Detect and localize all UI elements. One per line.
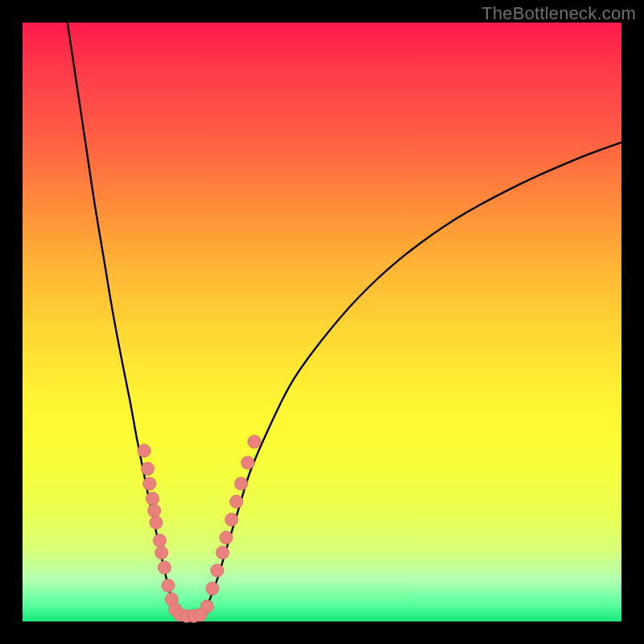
data-dot <box>206 582 219 595</box>
data-dot <box>153 534 166 547</box>
plot-area <box>23 23 621 621</box>
data-dot <box>194 609 207 621</box>
data-dot <box>146 492 159 505</box>
data-dot <box>138 444 151 457</box>
data-dot <box>225 513 237 526</box>
data-dot <box>147 504 160 517</box>
data-dot <box>211 564 224 577</box>
data-dot <box>242 456 254 469</box>
data-dot <box>248 436 261 448</box>
chart-svg <box>23 23 621 621</box>
data-dot <box>141 462 154 475</box>
data-dot <box>162 579 175 592</box>
data-dot <box>216 546 229 559</box>
curve-right-branch <box>202 142 621 617</box>
data-dot <box>143 477 156 490</box>
data-dots <box>138 436 261 623</box>
data-dot <box>234 477 247 490</box>
data-dot <box>220 531 233 544</box>
outer-frame: TheBottleneck.com <box>0 0 644 644</box>
watermark-text: TheBottleneck.com <box>481 3 636 24</box>
data-dot <box>150 516 163 529</box>
curve-left-branch <box>68 23 179 616</box>
data-dot <box>155 546 167 559</box>
data-dot <box>229 495 242 508</box>
data-dot <box>158 561 171 574</box>
